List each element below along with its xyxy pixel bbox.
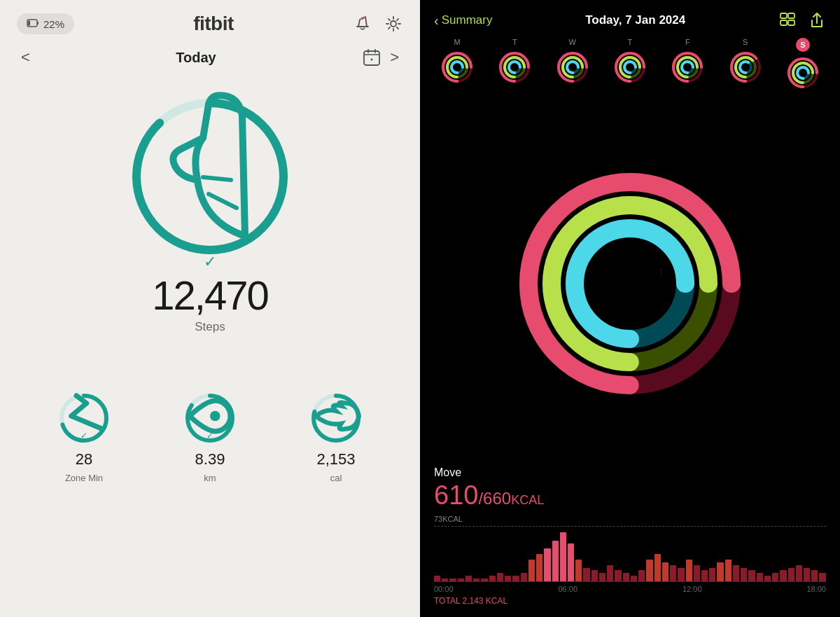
stat-zone[interactable]: ✓ 28 Zone Min <box>56 390 112 483</box>
chart-bar <box>434 576 440 581</box>
week-day-0[interactable]: M <box>439 38 475 91</box>
move-label: Move <box>434 466 826 479</box>
week-strip: M T W <box>420 35 840 97</box>
week-ring-0 <box>439 49 475 85</box>
chart-bar <box>505 576 511 581</box>
chart-bar <box>592 570 598 581</box>
chart-bar <box>599 573 606 581</box>
chart-bar <box>615 570 621 581</box>
activity-rings: → » ↑ <box>518 172 742 396</box>
move-current: 610 <box>434 480 478 510</box>
chart-total: TOTAL 2,143 KCAL <box>434 596 826 606</box>
chart-bar <box>662 562 668 581</box>
chart-bar <box>733 565 739 581</box>
move-unit: KCAL <box>511 493 544 507</box>
back-chevron: ‹ <box>434 13 439 29</box>
chart-bar <box>796 565 802 581</box>
chart-bar <box>741 568 747 581</box>
distance-ring: ✓ <box>182 390 238 446</box>
chart-bar <box>678 568 684 581</box>
chart-bar <box>764 576 771 581</box>
chart-bar <box>654 554 661 581</box>
distance-value: 8.39 <box>195 450 225 469</box>
week-label-4: F <box>685 38 690 46</box>
next-button[interactable]: > <box>390 48 399 67</box>
calendar-icon[interactable] <box>362 48 382 67</box>
move-section: Move 610/660KCAL <box>420 464 840 515</box>
chart-bar <box>458 578 464 581</box>
time-label-3: 18:00 <box>806 585 826 593</box>
chart-bar <box>717 562 723 581</box>
chart-bar <box>686 560 692 581</box>
week-label-0: M <box>454 38 461 46</box>
stat-distance[interactable]: ✓ 8.39 km <box>182 390 238 483</box>
chart-bar <box>748 570 755 581</box>
apple-header: ‹ Summary Today, 7 Jan 2024 <box>420 0 840 35</box>
chart-bar <box>788 568 794 581</box>
week-day-4[interactable]: F <box>669 38 706 91</box>
back-button[interactable]: ‹ Summary <box>434 13 492 29</box>
svg-rect-1 <box>37 22 38 25</box>
chart-bar <box>442 578 448 581</box>
bar-chart-section: 73KCAL 00:00 06:00 12:00 18:00 TOTAL 2,1… <box>420 515 840 617</box>
svg-point-3 <box>361 17 364 20</box>
chart-bar <box>575 560 582 581</box>
week-label-6: S <box>796 38 810 52</box>
share-icon[interactable] <box>808 11 826 29</box>
nav-title: Today <box>176 50 216 66</box>
notification-icon[interactable] <box>353 14 372 34</box>
fitbit-panel: 22% fitbit < Today > <box>0 0 420 617</box>
stats-row: ✓ 28 Zone Min ✓ 8.39 km <box>0 376 420 504</box>
time-label-0: 00:00 <box>434 585 454 593</box>
move-goal: 660 <box>483 489 511 508</box>
shoe-icon <box>126 82 294 250</box>
week-day-1[interactable]: T <box>496 38 533 91</box>
chart-bar <box>694 565 700 581</box>
chart-bar <box>631 576 637 581</box>
chart-guideline <box>434 526 826 527</box>
steps-value: 12,470 <box>152 272 267 319</box>
battery-icon <box>27 18 39 30</box>
week-ring-2 <box>554 49 591 85</box>
battery-indicator: 22% <box>17 13 74 34</box>
fitbit-header: 22% fitbit <box>0 0 420 42</box>
chart-top-label: 73KCAL <box>434 515 826 523</box>
apple-panel: ‹ Summary Today, 7 Jan 2024 M <box>420 0 840 617</box>
chart-bar <box>701 570 708 581</box>
steps-ring: ✓ <box>126 92 294 261</box>
main-rings: → » ↑ <box>518 172 742 396</box>
chart-bar <box>568 543 574 581</box>
distance-check: ✓ <box>206 431 214 441</box>
stat-calories[interactable]: 2,153 cal <box>308 390 364 483</box>
week-day-3[interactable]: T <box>612 38 648 91</box>
chart-bar <box>780 570 786 581</box>
chart-bar <box>536 554 542 581</box>
zone-check: ✓ <box>80 431 88 441</box>
calories-ring <box>308 390 364 446</box>
steps-label: Steps <box>195 320 225 334</box>
move-value-row: 610/660KCAL <box>434 480 826 511</box>
grid-icon[interactable] <box>778 11 797 29</box>
chart-bar <box>709 568 715 581</box>
week-day-5[interactable]: S <box>727 38 764 91</box>
apple-header-icons <box>778 11 826 29</box>
chart-bar <box>811 570 818 581</box>
svg-rect-17 <box>788 13 794 18</box>
svg-rect-19 <box>788 20 794 25</box>
chart-bar <box>521 573 527 581</box>
chart-bar <box>638 570 645 581</box>
chart-bar <box>497 573 503 581</box>
battery-value: 22% <box>43 18 64 30</box>
chart-bar <box>819 573 825 581</box>
settings-icon[interactable] <box>384 14 403 34</box>
chart-time-labels: 00:00 06:00 12:00 18:00 <box>434 585 826 593</box>
zone-label: Zone Min <box>65 473 103 483</box>
svg-rect-5 <box>364 51 379 65</box>
week-day-6[interactable]: S <box>785 38 821 91</box>
svg-text:↑: ↑ <box>658 264 664 278</box>
week-day-2[interactable]: W <box>554 38 591 91</box>
goal-checkmark: ✓ <box>204 253 216 271</box>
week-ring-5 <box>727 49 764 85</box>
chart-bar <box>473 578 479 581</box>
prev-button[interactable]: < <box>21 48 30 67</box>
